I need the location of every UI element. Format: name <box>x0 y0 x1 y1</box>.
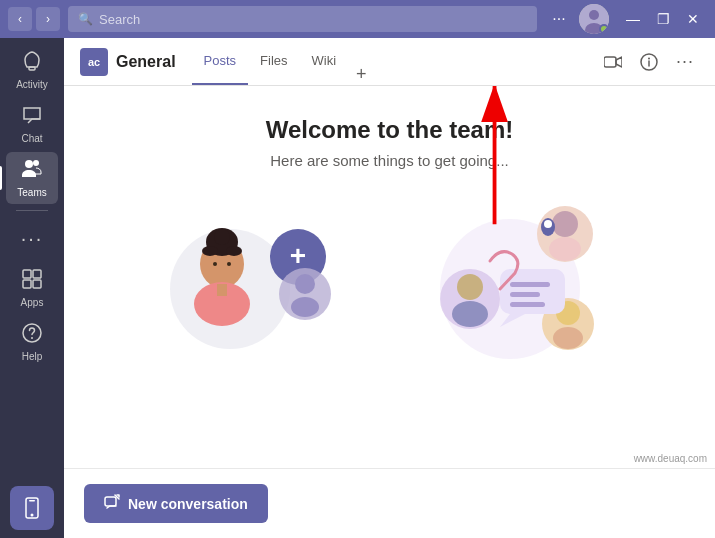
svg-point-24 <box>202 246 218 256</box>
info-button[interactable] <box>635 48 663 76</box>
nav-controls: ‹ › <box>8 7 60 31</box>
sidebar-divider <box>16 210 48 211</box>
svg-point-11 <box>31 337 33 339</box>
chat-label: Chat <box>21 133 42 144</box>
svg-rect-14 <box>29 500 35 502</box>
svg-point-29 <box>227 262 231 266</box>
svg-text:+: + <box>289 240 305 271</box>
svg-rect-3 <box>29 67 35 70</box>
search-icon: 🔍 <box>78 12 93 26</box>
minimize-button[interactable]: — <box>619 5 647 33</box>
illustration-area: + <box>64 189 715 369</box>
svg-rect-6 <box>23 270 31 278</box>
phone-button[interactable] <box>10 486 54 530</box>
sidebar-item-teams[interactable]: Teams <box>6 152 58 204</box>
svg-rect-7 <box>33 270 41 278</box>
new-conversation-icon <box>104 494 120 513</box>
svg-point-43 <box>553 327 583 349</box>
maximize-button[interactable]: ❐ <box>649 5 677 33</box>
new-conversation-label: New conversation <box>128 496 248 512</box>
tab-wiki[interactable]: Wiki <box>300 38 349 85</box>
forward-button[interactable]: › <box>36 7 60 31</box>
tab-files[interactable]: Files <box>248 38 299 85</box>
help-icon <box>21 322 43 349</box>
sidebar-item-chat[interactable]: Chat <box>6 98 58 150</box>
teams-label: Teams <box>17 187 46 198</box>
svg-point-33 <box>295 274 315 294</box>
svg-rect-47 <box>510 292 540 297</box>
tab-posts[interactable]: Posts <box>192 38 249 85</box>
svg-rect-27 <box>217 284 227 296</box>
svg-point-13 <box>31 514 34 517</box>
activity-icon <box>21 50 43 77</box>
search-placeholder: Search <box>99 12 140 27</box>
close-button[interactable]: ✕ <box>679 5 707 33</box>
title-bar: ‹ › 🔍 Search ··· — ❐ ✕ <box>0 0 715 38</box>
title-bar-actions: ··· — ❐ ✕ <box>545 4 707 34</box>
svg-point-23 <box>214 229 230 245</box>
svg-rect-46 <box>510 282 550 287</box>
sidebar-more-button[interactable]: ··· <box>13 219 52 258</box>
search-bar[interactable]: 🔍 Search <box>68 6 537 32</box>
svg-point-50 <box>457 274 483 300</box>
svg-point-40 <box>544 220 552 228</box>
svg-point-17 <box>648 57 650 59</box>
main-content: Welcome to the team! Here are some thing… <box>64 86 715 468</box>
more-channel-options-button[interactable]: ··· <box>671 48 699 76</box>
right-illustration <box>400 189 630 369</box>
svg-rect-8 <box>23 280 31 288</box>
sidebar-item-help[interactable]: Help <box>6 316 58 368</box>
channel-header: ac General Posts Files Wiki + <box>64 38 715 86</box>
welcome-subtitle: Here are some things to get going... <box>270 152 508 169</box>
svg-point-38 <box>549 237 581 261</box>
channel-header-actions: ··· <box>599 48 699 76</box>
sidebar-bottom <box>0 486 64 538</box>
apps-label: Apps <box>21 297 44 308</box>
welcome-title: Welcome to the team! <box>266 116 514 144</box>
channel-tabs: Posts Files Wiki + <box>192 38 599 85</box>
chat-icon <box>21 104 43 131</box>
new-conversation-button[interactable]: New conversation <box>84 484 268 523</box>
watermark: www.deuaq.com <box>634 453 707 464</box>
svg-point-4 <box>33 160 39 166</box>
svg-point-51 <box>452 301 488 327</box>
sidebar-item-apps[interactable]: Apps <box>6 262 58 314</box>
svg-rect-44 <box>500 269 565 314</box>
avatar-status <box>599 24 609 34</box>
sidebar-item-activity[interactable]: Activity <box>6 44 58 96</box>
help-label: Help <box>22 351 43 362</box>
sidebar: Activity Chat Teams <box>0 38 64 538</box>
svg-point-25 <box>226 246 242 256</box>
svg-point-5 <box>25 160 33 168</box>
apps-icon <box>21 268 43 295</box>
add-tab-button[interactable]: + <box>348 64 375 85</box>
svg-point-37 <box>552 211 578 237</box>
more-options-button[interactable]: ··· <box>545 5 573 33</box>
channel-icon: ac <box>80 48 108 76</box>
svg-rect-15 <box>604 57 616 67</box>
main-layout: Activity Chat Teams <box>0 38 715 538</box>
svg-rect-48 <box>510 302 545 307</box>
teams-icon <box>20 158 44 185</box>
left-illustration: + <box>150 189 360 369</box>
back-button[interactable]: ‹ <box>8 7 32 31</box>
activity-label: Activity <box>16 79 48 90</box>
svg-rect-52 <box>105 497 116 506</box>
content-area: ac General Posts Files Wiki + <box>64 38 715 538</box>
svg-rect-9 <box>33 280 41 288</box>
avatar-button[interactable] <box>579 4 609 34</box>
bottom-bar: New conversation <box>64 468 715 538</box>
svg-point-1 <box>589 10 599 20</box>
svg-point-28 <box>213 262 217 266</box>
channel-name: General <box>116 53 176 71</box>
video-call-button[interactable] <box>599 48 627 76</box>
window-controls: — ❐ ✕ <box>619 5 707 33</box>
svg-point-34 <box>291 297 319 317</box>
